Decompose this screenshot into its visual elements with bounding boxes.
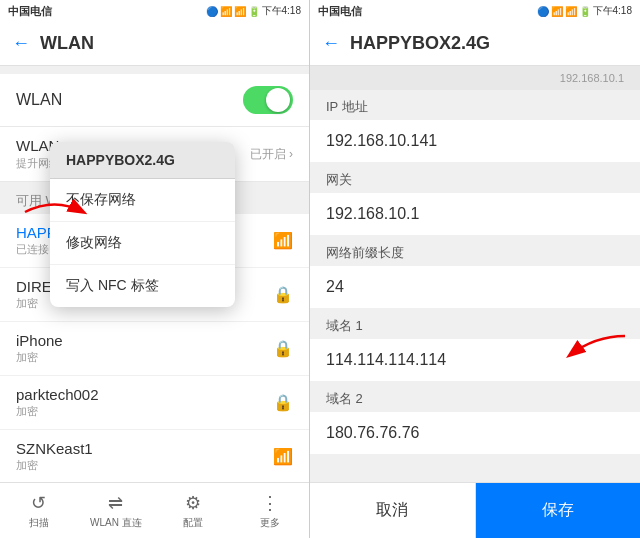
right-carrier: 中国电信 [318, 4, 362, 19]
r-wifi-icon: 📶 [551, 6, 563, 17]
right-page-title: HAPPYBOX2.4G [350, 33, 490, 54]
left-status-icons: 🔵 📶 📶 🔋 下午4:18 [206, 4, 301, 18]
bottom-buttons: 取消 保存 头条号 / 零分猫 [310, 482, 640, 538]
nav-more-label: 更多 [260, 516, 280, 530]
value-dns2[interactable]: 180.76.76.76 [310, 412, 640, 455]
right-status-icons: 🔵 📶 📶 🔋 下午4:18 [537, 4, 632, 18]
ip-hint-row: 192.168.10.1 [310, 66, 640, 90]
context-menu-title: HAPPYBOX2.4G [50, 142, 235, 179]
nav-wlan-direct-label: WLAN 直连 [90, 516, 142, 530]
wifi-name-iphone: iPhone [16, 332, 63, 349]
right-panel: 中国电信 🔵 📶 📶 🔋 下午4:18 ← HAPPYBOX2.4G 192.1… [310, 0, 640, 538]
left-page-title: WLAN [40, 33, 94, 54]
context-menu: HAPPYBOX2.4G 不保存网络 修改网络 写入 NFC 标签 [50, 142, 235, 307]
wlan-toggle-switch[interactable] [243, 86, 293, 114]
signal-icon: 📶 [234, 6, 246, 17]
battery-icon: 🔋 [248, 6, 260, 17]
time-label: 下午4:18 [262, 4, 301, 18]
wifi-signal-icon: 📶 [220, 6, 232, 17]
right-title-bar: ← HAPPYBOX2.4G [310, 22, 640, 66]
back-arrow-icon[interactable]: ← [12, 33, 30, 54]
right-back-arrow-icon[interactable]: ← [322, 33, 340, 54]
wifi-icon-direct: 🔒 [273, 285, 293, 304]
more-icon: ⋮ [261, 492, 279, 514]
wlan-direct-icon: ⇌ [108, 492, 123, 514]
left-title-bar: ← WLAN [0, 22, 309, 66]
config-icon: ⚙ [185, 492, 201, 514]
r-time-label: 下午4:18 [593, 4, 632, 18]
label-dns1: 域名 1 [310, 309, 640, 339]
wifi-icon-parktech: 🔒 [273, 393, 293, 412]
right-status-bar: 中国电信 🔵 📶 📶 🔋 下午4:18 [310, 0, 640, 22]
wifi-icon-happybox: 📶 [273, 231, 293, 250]
wifi-sub-iphone: 加密 [16, 350, 63, 365]
label-gateway: 网关 [310, 163, 640, 193]
left-status-bar: 中国电信 🔵 📶 📶 🔋 下午4:18 [0, 0, 309, 22]
wifi-icon-iphone: 🔒 [273, 339, 293, 358]
context-menu-item-modify[interactable]: 修改网络 [50, 222, 235, 265]
scan-icon: ↺ [31, 492, 46, 514]
wifi-item-sznkeast[interactable]: SZNKeast1 加密 📶 [0, 430, 309, 482]
r-signal-icon: 📶 [565, 6, 577, 17]
r-battery-icon: 🔋 [579, 6, 591, 17]
label-ip: IP 地址 [310, 90, 640, 120]
nav-scan-label: 扫描 [29, 516, 49, 530]
dns1-value: 114.114.114.114 [326, 351, 446, 368]
wifi-item-iphone[interactable]: iPhone 加密 🔒 [0, 322, 309, 376]
nav-config-label: 配置 [183, 516, 203, 530]
save-button[interactable]: 保存 [476, 483, 641, 538]
detail-content: 192.168.10.1 IP 地址 192.168.10.141 网关 192… [310, 66, 640, 482]
context-menu-item-nfc[interactable]: 写入 NFC 标签 [50, 265, 235, 307]
bottom-nav: ↺ 扫描 ⇌ WLAN 直连 ⚙ 配置 ⋮ 更多 [0, 482, 309, 538]
value-dns1[interactable]: 114.114.114.114 [310, 339, 640, 382]
wlan-toggle-label: WLAN [16, 91, 62, 109]
wlan-toggle-row: WLAN [0, 74, 309, 127]
nav-wlan-direct[interactable]: ⇌ WLAN 直连 [77, 492, 154, 530]
wlan-plus-status: 已开启 › [250, 146, 293, 163]
value-prefix[interactable]: 24 [310, 266, 640, 309]
nav-more[interactable]: ⋮ 更多 [232, 492, 309, 530]
r-bluetooth-icon: 🔵 [537, 6, 549, 17]
nav-config[interactable]: ⚙ 配置 [155, 492, 232, 530]
wifi-name-sznkeast: SZNKeast1 [16, 440, 93, 457]
ip-hint-text: 192.168.10.1 [560, 72, 624, 84]
left-carrier: 中国电信 [8, 4, 52, 19]
gateway-value: 192.168.10.1 [326, 205, 419, 222]
dns2-value: 180.76.76.76 [326, 424, 419, 441]
context-menu-item-no-save[interactable]: 不保存网络 [50, 179, 235, 222]
wifi-icon-sznkeast: 📶 [273, 447, 293, 466]
cancel-button[interactable]: 取消 [310, 483, 476, 538]
ip-address-value: 192.168.10.141 [326, 132, 437, 149]
wifi-item-parktech[interactable]: parktech002 加密 🔒 [0, 376, 309, 430]
label-dns2: 域名 2 [310, 382, 640, 412]
left-panel: 中国电信 🔵 📶 📶 🔋 下午4:18 ← WLAN WLAN WLAN+ 提升… [0, 0, 310, 538]
prefix-value: 24 [326, 278, 344, 295]
wifi-name-parktech: parktech002 [16, 386, 99, 403]
wifi-sub-parktech: 加密 [16, 404, 99, 419]
value-gateway[interactable]: 192.168.10.1 [310, 193, 640, 236]
wifi-sub-sznkeast: 加密 [16, 458, 93, 473]
nav-scan[interactable]: ↺ 扫描 [0, 492, 77, 530]
label-prefix: 网络前缀长度 [310, 236, 640, 266]
value-ip[interactable]: 192.168.10.141 [310, 120, 640, 163]
bluetooth-icon: 🔵 [206, 6, 218, 17]
